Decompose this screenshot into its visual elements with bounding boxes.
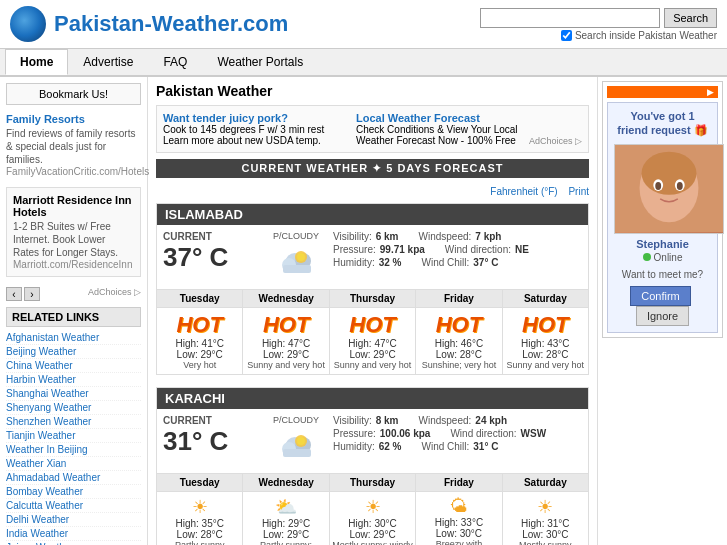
karachi-forecast-fri: 🌤 High: 33°CLow: 30°C Breezy with sunshi… — [416, 492, 502, 545]
link-china-weather[interactable]: China Weather — [6, 359, 141, 373]
karachi-temps-tue: High: 35°CLow: 28°C — [159, 518, 240, 540]
islamabad-day-wed: Wednesday — [243, 290, 329, 307]
islamabad-detail-row2: Pressure: 99.71 kpa Wind direction: NE — [333, 244, 582, 255]
link-shenyang-weather[interactable]: Shenyang Weather — [6, 401, 141, 415]
center-content: Pakistan Weather Want tender juicy pork?… — [148, 77, 597, 545]
islamabad-forecast-header: Tuesday Wednesday Thursday Friday Saturd… — [157, 290, 588, 308]
link-weather-xian[interactable]: Weather Xian — [6, 457, 141, 471]
karachi-desc-sat: Mostly sunny — [505, 540, 586, 545]
islamabad-cloud-svg — [273, 243, 323, 281]
karachi-detail-row1: Visibility: 8 km Windspeed: 24 kph — [333, 415, 582, 426]
ad-pagination: ‹ › — [6, 287, 40, 301]
karachi-pressure: Pressure: 100.06 kpa — [333, 428, 430, 439]
nav-weather-portals[interactable]: Weather Portals — [202, 49, 318, 75]
link-bombay-weather[interactable]: Bombay Weather — [6, 485, 141, 499]
family-resorts-title: Family Resorts — [6, 113, 141, 125]
karachi-current: CURRENT 31° C P/CLOUDY — [157, 409, 588, 474]
meet-text: Want to meet me? — [614, 269, 711, 280]
karachi-wind-direction: Wind direction: WSW — [450, 428, 546, 439]
ad-banner: Want tender juicy pork? Cook to 145 degr… — [156, 105, 589, 153]
marriott-text: 1-2 BR Suites w/ Free Internet. Book Low… — [13, 220, 134, 259]
karachi-sun-icon-sat: ☀ — [505, 496, 586, 518]
islamabad-hot-icon-wed: HOT — [245, 312, 326, 338]
svg-point-14 — [642, 151, 697, 194]
link-calcutta-weather[interactable]: Calcutta Weather — [6, 499, 141, 513]
ad-choices-left: AdChoices ▷ — [88, 287, 141, 297]
site-title[interactable]: Pakistan-Weather.com — [54, 11, 288, 37]
next-ad-btn[interactable]: › — [24, 287, 40, 301]
karachi-forecast-thu: ☀ High: 30°CLow: 29°C Mostly sunny; wind… — [330, 492, 416, 545]
link-india-weather[interactable]: India Weather — [6, 527, 141, 541]
islamabad-temp-area: CURRENT 37° C — [163, 231, 263, 273]
karachi-temps-thu: High: 30°CLow: 29°C — [332, 518, 413, 540]
search-inside-checkbox[interactable] — [561, 30, 572, 41]
karachi-details: Visibility: 8 km Windspeed: 24 kph Press… — [333, 415, 582, 454]
link-ahmadabad-weather[interactable]: Ahmadabad Weather — [6, 471, 141, 485]
page-title: Pakistan Weather — [156, 83, 589, 99]
ad-right-title[interactable]: Local Weather Forecast — [356, 112, 529, 124]
link-beijing-weather[interactable]: Beijing Weather — [6, 345, 141, 359]
link-weather-in-beijing[interactable]: Weather In Beijing — [6, 443, 141, 457]
fahrenheit-link[interactable]: Fahrenheit (°F) — [490, 186, 557, 197]
online-badge: Online — [614, 252, 711, 263]
bookmark-button[interactable]: Bookmark Us! — [6, 83, 141, 105]
link-jaipur-weather[interactable]: Jaipur Weather — [6, 541, 141, 545]
family-resorts-link[interactable]: FamilyVacationCritic.com/Hotels — [6, 166, 141, 177]
friend-name: Stephanie — [614, 238, 711, 250]
prev-ad-btn[interactable]: ‹ — [6, 287, 22, 301]
karachi-cloud-svg — [273, 427, 323, 465]
karachi-humidity: Humidity: 62 % — [333, 441, 401, 452]
karachi-desc-wed: Partly sunny; breezy — [245, 540, 326, 545]
confirm-button[interactable]: Confirm — [630, 286, 691, 306]
navigation: Home Advertise FAQ Weather Portals — [0, 49, 727, 77]
karachi-day-fri: Friday — [416, 474, 502, 491]
related-links: RELATED LINKS Afghanistan Weather Beijin… — [6, 307, 141, 545]
friend-action-buttons: Confirm Ignore — [614, 286, 711, 326]
link-delhi-weather[interactable]: Delhi Weather — [6, 513, 141, 527]
link-afghanistan-weather[interactable]: Afghanistan Weather — [6, 331, 141, 345]
svg-point-5 — [297, 253, 305, 261]
link-shanghai-weather[interactable]: Shanghai Weather — [6, 387, 141, 401]
marriott-ad: Marriott Residence Inn Hotels 1-2 BR Sui… — [6, 187, 141, 277]
islamabad-forecast-sat: HOT High: 43°CLow: 28°C Sunny and very h… — [503, 308, 588, 374]
search-input[interactable] — [480, 8, 660, 28]
print-link[interactable]: Print — [568, 186, 589, 197]
karachi-city-name: KARACHI — [157, 388, 588, 409]
karachi-desc-thu: Mostly sunny; windy — [332, 540, 413, 545]
islamabad-humidity: Humidity: 32 % — [333, 257, 401, 268]
link-harbin-weather[interactable]: Harbin Weather — [6, 373, 141, 387]
karachi-forecast-tue: ☀ High: 35°CLow: 28°C Partly sunny — [157, 492, 243, 545]
islamabad-windspeed: Windspeed: 7 kph — [419, 231, 502, 242]
karachi-visibility: Visibility: 8 km — [333, 415, 399, 426]
marriott-link[interactable]: Marriott.com/ResidenceInn — [13, 259, 134, 270]
link-shenzhen-weather[interactable]: Shenzhen Weather — [6, 415, 141, 429]
karachi-day-tue: Tuesday — [157, 474, 243, 491]
islamabad-desc-wed: Sunny and very hot — [245, 360, 326, 370]
logo-area: Pakistan-Weather.com — [10, 6, 288, 42]
main-layout: Bookmark Us! Family Resorts Find reviews… — [0, 77, 727, 545]
search-row: Search — [480, 8, 717, 28]
islamabad-details: Visibility: 6 km Windspeed: 7 kph Pressu… — [333, 231, 582, 270]
islamabad-forecast-wed: HOT High: 47°CLow: 29°C Sunny and very h… — [243, 308, 329, 374]
search-button[interactable]: Search — [664, 8, 717, 28]
nav-faq[interactable]: FAQ — [148, 49, 202, 75]
karachi-sun-icon-tue: ☀ — [159, 496, 240, 518]
karachi-temp: 31° C — [163, 426, 263, 457]
svg-point-17 — [655, 182, 661, 190]
search-option: Search inside Pakistan Weather — [561, 30, 717, 41]
nav-home[interactable]: Home — [5, 49, 68, 75]
karachi-section: KARACHI CURRENT 31° C P/CLOUDY — [156, 387, 589, 545]
ignore-button[interactable]: Ignore — [636, 306, 689, 326]
family-resorts-text: Find reviews of family resorts & special… — [6, 127, 141, 166]
islamabad-condition: P/CLOUDY — [273, 231, 323, 241]
karachi-weather-icon: P/CLOUDY — [273, 415, 323, 467]
islamabad-detail-row1: Visibility: 6 km Windspeed: 7 kph — [333, 231, 582, 242]
link-tianjin-weather[interactable]: Tianjin Weather — [6, 429, 141, 443]
karachi-sun-icon-thu: ☀ — [332, 496, 413, 518]
svg-point-18 — [677, 182, 683, 190]
ad-left-title[interactable]: Want tender juicy pork? — [163, 112, 336, 124]
islamabad-wind-chill: Wind Chill: 37° C — [421, 257, 498, 268]
islamabad-city-name: ISLAMABAD — [157, 204, 588, 225]
ad-left-text: Cook to 145 degrees F w/ 3 min rest Lear… — [163, 124, 336, 146]
nav-advertise[interactable]: Advertise — [68, 49, 148, 75]
